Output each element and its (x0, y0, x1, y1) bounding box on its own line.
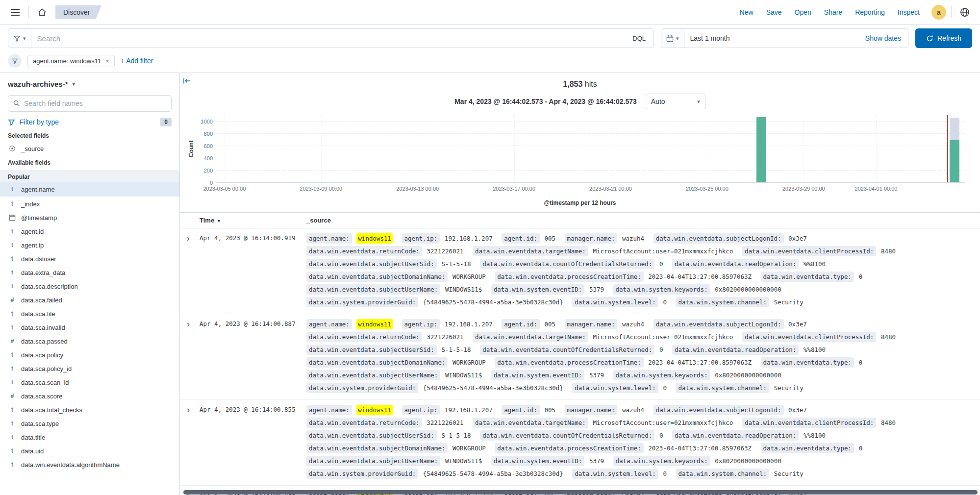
source-field-pair: data.win.eventdata.type: 0 (761, 445, 863, 452)
source-field-pair: data.win.eventdata.processCreationTime: … (495, 273, 752, 280)
search-box: ▾ DQL (8, 28, 654, 48)
field-search-box (8, 95, 172, 112)
breadcrumb[interactable]: Discover (55, 5, 101, 19)
histogram-bar[interactable] (950, 140, 959, 182)
horizontal-scrollbar[interactable] (183, 490, 978, 495)
field-data.dstuser[interactable]: tdata.dstuser (0, 252, 179, 266)
field-agent.id[interactable]: tagent.id (0, 224, 179, 238)
filter-pill[interactable]: agent.name: windows11 × (27, 55, 115, 67)
x-tick-label: 2023-03-17 00:00 (493, 186, 535, 192)
field-@timestamp[interactable]: @timestamp (0, 211, 179, 224)
string-field-icon: t (8, 254, 17, 263)
field-key-badge: data.win.eventdata.type: (761, 272, 854, 282)
source-field-pair: data.win.eventdata.targetName: Microsoft… (473, 248, 733, 255)
field-data.sca.score[interactable]: #data.sca.score (0, 389, 179, 403)
h-gridline (217, 146, 965, 146)
discover-main: 1,853 hits Mar 4, 2023 @ 16:44:02.573 - … (180, 73, 980, 495)
header-action-open[interactable]: Open (795, 8, 811, 16)
expand-row-button[interactable]: › (180, 318, 190, 328)
field-search-input[interactable] (24, 99, 166, 107)
field-value: 0 (859, 445, 863, 452)
source-field-pair: agent.id: 005 (502, 321, 555, 328)
date-field-icon (8, 213, 17, 222)
header-action-save[interactable]: Save (766, 8, 782, 16)
add-filter-button[interactable]: + Add filter (121, 57, 153, 65)
interval-select[interactable]: Auto ▾ (646, 94, 705, 109)
time-column-header[interactable]: Time▼ (200, 217, 306, 224)
field-name: data.sca.invalid (21, 324, 65, 331)
histogram-bar[interactable] (756, 117, 766, 182)
field-data.sca.invalid[interactable]: tdata.sca.invalid (0, 321, 179, 334)
remove-filter-icon[interactable]: × (105, 58, 109, 64)
doc-table-row: ›Apr 4, 2023 @ 16:14:00.887agent.name: w… (180, 314, 980, 400)
divider (28, 6, 29, 18)
field-value: 8480 (881, 333, 896, 341)
chevron-down-icon: ▾ (23, 36, 26, 41)
field-data.title[interactable]: tdata.title (0, 430, 179, 444)
field-data.sca.policy[interactable]: tdata.sca.policy (0, 348, 179, 362)
source-field-pair: manager.name: wazuh4 (565, 321, 645, 328)
h-gridline (217, 158, 965, 158)
chevron-down-icon: ▾ (697, 99, 700, 104)
time-header-label: Time (200, 217, 214, 224)
expand-row-button[interactable]: › (180, 404, 190, 414)
field-_index[interactable]: t_index (0, 197, 179, 211)
field-data.sca.total_checks[interactable]: tdata.sca.total_checks (0, 403, 179, 417)
query-language-button[interactable]: DQL (625, 35, 653, 42)
field-data.sca.failed[interactable]: #data.sca.failed (0, 293, 179, 307)
field-data.extra_data[interactable]: tdata.extra_data (0, 266, 179, 279)
string-field-icon: t (8, 364, 17, 373)
field-data.sca.type[interactable]: tdata.sca.type (0, 417, 179, 430)
globe-button[interactable] (956, 4, 973, 21)
source-field-pair: data.win.system.keywords: 0x802000000000… (613, 286, 781, 293)
date-picker-quick-menu-button[interactable]: ▾ (661, 29, 684, 48)
home-button[interactable] (34, 4, 50, 21)
source-field-pair: data.win.eventdata.subjectUserName: WIND… (306, 286, 482, 293)
show-dates-button[interactable]: Show dates (858, 34, 908, 42)
saved-query-menu-button[interactable]: ▾ (8, 29, 31, 48)
doc-table: Time▼ _source ›Apr 4, 2023 @ 16:14:00.91… (180, 212, 980, 495)
expand-row-button[interactable]: › (180, 232, 190, 243)
filter-by-type[interactable]: Filter by type 0 (8, 118, 172, 126)
field-key-badge: data.win.system.level: (572, 297, 658, 307)
source-field-pair: data.win.eventdata.targetName: Microsoft… (473, 419, 733, 426)
collapse-sidebar-button[interactable] (183, 77, 191, 86)
header-action-reporting[interactable]: Reporting (855, 8, 885, 16)
field-key-badge: data.win.eventdata.clientProcessId: (742, 246, 876, 256)
header-action-inspect[interactable]: Inspect (898, 8, 920, 16)
field-value: 0 (663, 470, 667, 477)
source-field-pair: manager.name: wazuh4 (565, 406, 645, 414)
field-data.sca.description[interactable]: tdata.sca.description (0, 279, 179, 293)
field-_source[interactable]: _source (0, 142, 179, 155)
refresh-button[interactable]: Refresh (915, 28, 972, 48)
y-axis-ticks: 02004006008001000 (195, 115, 217, 183)
field-key-badge: data.win.system.providerGuid: (306, 297, 418, 307)
source-field-pair: data.win.system.providerGuid: {54849625-… (306, 298, 563, 306)
field-value: S-1-5-18 (441, 432, 471, 439)
field-data.sca.policy_id[interactable]: tdata.sca.policy_id (0, 362, 179, 375)
field-data.sca.file[interactable]: tdata.sca.file (0, 307, 179, 321)
field-value: WINDOWS11$ (445, 457, 482, 465)
filter-options-button[interactable] (8, 54, 22, 68)
header-action-new[interactable]: New (740, 8, 754, 16)
field-agent.name[interactable]: tagent.name (0, 182, 179, 196)
field-data.sca.passed[interactable]: #data.sca.passed (0, 334, 179, 348)
field-data.uid[interactable]: tdata.uid (0, 444, 179, 458)
index-pattern-selector[interactable]: wazuh-archives-* ▾ (8, 80, 172, 88)
time-range-value[interactable]: Last 1 month (684, 34, 858, 42)
string-field-icon: t (8, 241, 17, 249)
search-input[interactable] (31, 34, 625, 43)
menu-button[interactable] (7, 4, 24, 21)
string-field-icon: t (8, 268, 17, 277)
field-name: _index (21, 200, 40, 208)
field-name: data.sca.policy_id (21, 365, 72, 372)
field-value: 005 (545, 235, 556, 242)
avatar[interactable]: a (931, 5, 946, 20)
header-action-share[interactable]: Share (824, 8, 842, 16)
field-agent.ip[interactable]: tagent.ip (0, 238, 179, 252)
field-data.win.eventdata.algorithmName[interactable]: tdata.win.eventdata.algorithmName (0, 458, 179, 471)
doc-time: Apr 4, 2023 @ 16:14:00.919 (200, 232, 306, 242)
field-value: 2023-04-04T13:27:00.8597063Z (648, 359, 752, 366)
field-value: 5379 (589, 371, 604, 379)
field-data.sca.scan_id[interactable]: tdata.sca.scan_id (0, 375, 179, 389)
